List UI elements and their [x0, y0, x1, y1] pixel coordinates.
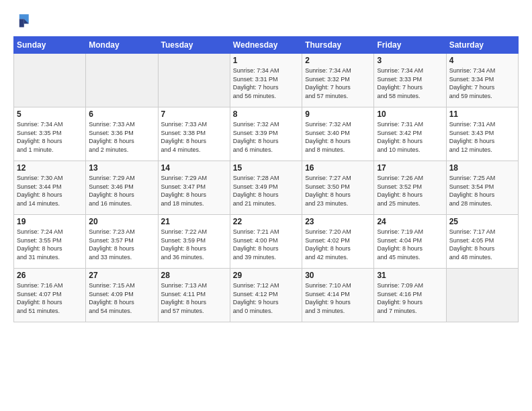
- logo-icon: [13, 11, 32, 30]
- day-number: 5: [17, 109, 83, 119]
- day-number: 16: [305, 163, 371, 173]
- day-number: 17: [377, 163, 443, 173]
- day-number: 28: [161, 271, 227, 280]
- day-number: 18: [449, 163, 515, 173]
- day-cell: 18Sunrise: 7:25 AM Sunset: 3:54 PM Dayli…: [446, 161, 518, 215]
- day-cell: 5Sunrise: 7:34 AM Sunset: 3:35 PM Daylig…: [14, 107, 86, 161]
- day-cell: [86, 54, 158, 107]
- day-number: 26: [17, 271, 83, 280]
- day-number: 4: [449, 56, 515, 65]
- day-cell: 30Sunrise: 7:10 AM Sunset: 4:14 PM Dayli…: [302, 269, 374, 322]
- calendar-table: SundayMondayTuesdayWednesdayThursdayFrid…: [13, 36, 519, 322]
- day-info: Sunrise: 7:32 AM Sunset: 3:39 PM Dayligh…: [233, 120, 299, 154]
- day-cell: 6Sunrise: 7:33 AM Sunset: 3:36 PM Daylig…: [86, 107, 158, 161]
- day-info: Sunrise: 7:25 AM Sunset: 3:54 PM Dayligh…: [449, 174, 515, 208]
- day-cell: 20Sunrise: 7:23 AM Sunset: 3:57 PM Dayli…: [86, 215, 158, 269]
- day-number: 29: [233, 271, 299, 280]
- day-number: 14: [161, 163, 227, 173]
- day-cell: 19Sunrise: 7:24 AM Sunset: 3:55 PM Dayli…: [14, 215, 86, 269]
- day-info: Sunrise: 7:23 AM Sunset: 3:57 PM Dayligh…: [89, 228, 154, 261]
- col-header-monday: Monday: [86, 37, 158, 54]
- day-cell: [446, 269, 518, 322]
- day-cell: 17Sunrise: 7:26 AM Sunset: 3:52 PM Dayli…: [374, 161, 446, 215]
- day-cell: 15Sunrise: 7:28 AM Sunset: 3:49 PM Dayli…: [230, 161, 302, 215]
- day-info: Sunrise: 7:34 AM Sunset: 3:34 PM Dayligh…: [449, 66, 515, 100]
- day-info: Sunrise: 7:26 AM Sunset: 3:52 PM Dayligh…: [377, 174, 443, 208]
- day-number: 15: [233, 163, 299, 173]
- day-number: 25: [449, 217, 515, 226]
- day-info: Sunrise: 7:15 AM Sunset: 4:09 PM Dayligh…: [89, 281, 154, 315]
- day-cell: [14, 54, 86, 107]
- day-info: Sunrise: 7:12 AM Sunset: 4:12 PM Dayligh…: [233, 281, 299, 315]
- col-header-sunday: Sunday: [14, 37, 86, 54]
- day-info: Sunrise: 7:19 AM Sunset: 4:04 PM Dayligh…: [377, 228, 443, 261]
- day-info: Sunrise: 7:31 AM Sunset: 3:42 PM Dayligh…: [377, 120, 443, 154]
- day-cell: 14Sunrise: 7:29 AM Sunset: 3:47 PM Dayli…: [158, 161, 230, 215]
- day-info: Sunrise: 7:34 AM Sunset: 3:32 PM Dayligh…: [305, 66, 371, 100]
- day-number: 22: [233, 217, 299, 226]
- day-info: Sunrise: 7:09 AM Sunset: 4:16 PM Dayligh…: [377, 281, 443, 315]
- day-number: 13: [89, 163, 154, 173]
- day-cell: 12Sunrise: 7:30 AM Sunset: 3:44 PM Dayli…: [14, 161, 86, 215]
- day-info: Sunrise: 7:34 AM Sunset: 3:35 PM Dayligh…: [17, 120, 83, 154]
- day-number: 11: [449, 109, 515, 119]
- day-info: Sunrise: 7:34 AM Sunset: 3:33 PM Dayligh…: [377, 66, 443, 100]
- day-number: 8: [233, 109, 299, 119]
- day-number: 7: [161, 109, 227, 119]
- day-number: 10: [377, 109, 443, 119]
- col-header-saturday: Saturday: [446, 37, 518, 54]
- svg-marker-1: [19, 19, 24, 27]
- col-header-friday: Friday: [374, 37, 446, 54]
- day-number: 12: [17, 163, 83, 173]
- col-header-wednesday: Wednesday: [230, 37, 302, 54]
- day-cell: 7Sunrise: 7:33 AM Sunset: 3:38 PM Daylig…: [158, 107, 230, 161]
- header: [13, 11, 519, 30]
- day-number: 19: [17, 217, 83, 226]
- day-cell: 13Sunrise: 7:29 AM Sunset: 3:46 PM Dayli…: [86, 161, 158, 215]
- day-info: Sunrise: 7:33 AM Sunset: 3:38 PM Dayligh…: [161, 120, 227, 154]
- day-info: Sunrise: 7:31 AM Sunset: 3:43 PM Dayligh…: [449, 120, 515, 154]
- day-cell: 11Sunrise: 7:31 AM Sunset: 3:43 PM Dayli…: [446, 107, 518, 161]
- day-number: 31: [377, 271, 443, 280]
- day-number: 30: [305, 271, 371, 280]
- day-cell: 9Sunrise: 7:32 AM Sunset: 3:40 PM Daylig…: [302, 107, 374, 161]
- page: SundayMondayTuesdayWednesdayThursdayFrid…: [0, 0, 532, 411]
- day-cell: 10Sunrise: 7:31 AM Sunset: 3:42 PM Dayli…: [374, 107, 446, 161]
- week-row-3: 12Sunrise: 7:30 AM Sunset: 3:44 PM Dayli…: [14, 161, 519, 215]
- day-info: Sunrise: 7:16 AM Sunset: 4:07 PM Dayligh…: [17, 281, 83, 315]
- day-info: Sunrise: 7:34 AM Sunset: 3:31 PM Dayligh…: [233, 66, 299, 100]
- header-row: SundayMondayTuesdayWednesdayThursdayFrid…: [14, 37, 519, 54]
- week-row-4: 19Sunrise: 7:24 AM Sunset: 3:55 PM Dayli…: [14, 215, 519, 269]
- day-number: 20: [89, 217, 154, 226]
- day-cell: 26Sunrise: 7:16 AM Sunset: 4:07 PM Dayli…: [14, 269, 86, 322]
- day-number: 27: [89, 271, 154, 280]
- day-number: 23: [305, 217, 371, 226]
- day-cell: 29Sunrise: 7:12 AM Sunset: 4:12 PM Dayli…: [230, 269, 302, 322]
- day-number: 21: [161, 217, 227, 226]
- day-info: Sunrise: 7:21 AM Sunset: 4:00 PM Dayligh…: [233, 228, 299, 261]
- day-number: 9: [305, 109, 371, 119]
- day-number: 1: [233, 56, 299, 65]
- day-info: Sunrise: 7:33 AM Sunset: 3:36 PM Dayligh…: [89, 120, 154, 154]
- day-cell: 25Sunrise: 7:17 AM Sunset: 4:05 PM Dayli…: [446, 215, 518, 269]
- day-cell: 23Sunrise: 7:20 AM Sunset: 4:02 PM Dayli…: [302, 215, 374, 269]
- day-cell: 4Sunrise: 7:34 AM Sunset: 3:34 PM Daylig…: [446, 54, 518, 107]
- day-cell: [158, 54, 230, 107]
- day-number: 3: [377, 56, 443, 65]
- day-number: 6: [89, 109, 154, 119]
- day-cell: 31Sunrise: 7:09 AM Sunset: 4:16 PM Dayli…: [374, 269, 446, 322]
- day-info: Sunrise: 7:29 AM Sunset: 3:47 PM Dayligh…: [161, 174, 227, 208]
- day-info: Sunrise: 7:22 AM Sunset: 3:59 PM Dayligh…: [161, 228, 227, 261]
- day-cell: 24Sunrise: 7:19 AM Sunset: 4:04 PM Dayli…: [374, 215, 446, 269]
- day-cell: 2Sunrise: 7:34 AM Sunset: 3:32 PM Daylig…: [302, 54, 374, 107]
- day-info: Sunrise: 7:32 AM Sunset: 3:40 PM Dayligh…: [305, 120, 371, 154]
- logo: [13, 11, 35, 30]
- day-cell: 21Sunrise: 7:22 AM Sunset: 3:59 PM Dayli…: [158, 215, 230, 269]
- day-info: Sunrise: 7:28 AM Sunset: 3:49 PM Dayligh…: [233, 174, 299, 208]
- day-info: Sunrise: 7:13 AM Sunset: 4:11 PM Dayligh…: [161, 281, 227, 315]
- day-info: Sunrise: 7:20 AM Sunset: 4:02 PM Dayligh…: [305, 228, 371, 261]
- day-info: Sunrise: 7:29 AM Sunset: 3:46 PM Dayligh…: [89, 174, 154, 208]
- day-cell: 3Sunrise: 7:34 AM Sunset: 3:33 PM Daylig…: [374, 54, 446, 107]
- day-cell: 22Sunrise: 7:21 AM Sunset: 4:00 PM Dayli…: [230, 215, 302, 269]
- week-row-5: 26Sunrise: 7:16 AM Sunset: 4:07 PM Dayli…: [14, 269, 519, 322]
